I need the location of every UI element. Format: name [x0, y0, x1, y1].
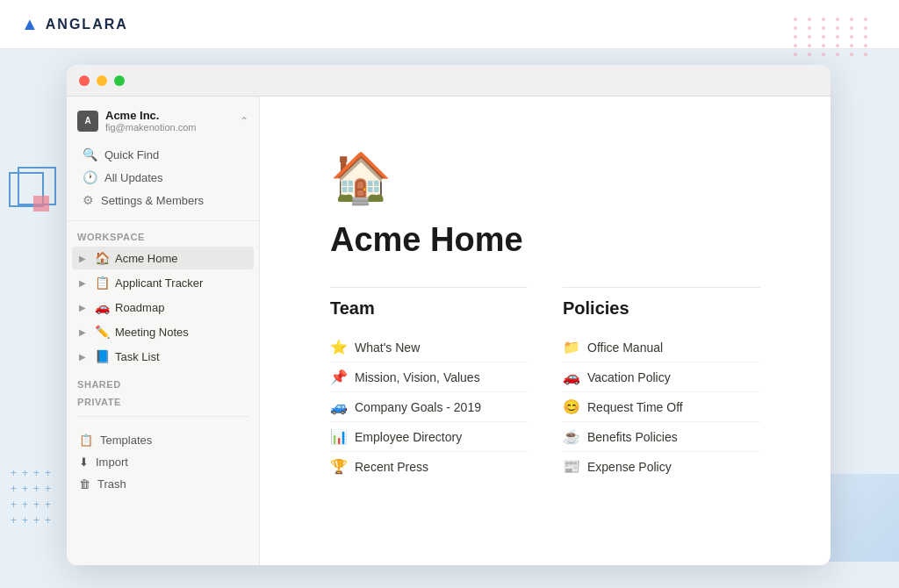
list-item[interactable]: 🚗 Vacation Policy	[563, 362, 760, 392]
roadmap-emoji: 🚗	[95, 300, 110, 314]
sidebar-item-label: Applicant Tracker	[115, 276, 203, 290]
all-updates-action[interactable]: 🕐 All Updates	[77, 166, 248, 189]
plus-grid-decoration: ++++ ++++ ++++ ++++	[11, 467, 51, 527]
item-label: Request Time Off	[587, 400, 683, 414]
applicant-emoji: 📋	[95, 276, 110, 290]
pink-square-decoration	[33, 196, 49, 212]
quick-find-action[interactable]: 🔍 Quick Find	[77, 143, 248, 166]
page-icon: 🏠	[330, 149, 760, 207]
logo-area: ▲ ANGLARA	[21, 14, 128, 34]
import-label: Import	[96, 455, 128, 469]
item-label: Vacation Policy	[587, 370, 671, 384]
policies-list: 📁 Office Manual 🚗 Vacation Policy 😊 Requ…	[563, 333, 760, 481]
sidebar-item-import[interactable]: ⬇ Import	[72, 451, 254, 473]
sidebar-bottom: 📋 Templates ⬇ Import 🗑 Trash	[67, 422, 259, 502]
templates-label: Templates	[100, 434, 152, 447]
sidebar-item-label: Task List	[115, 350, 160, 363]
sidebar-item-applicant-tracker[interactable]: ▶ 📋 Applicant Tracker	[72, 271, 254, 294]
car-emoji: 🚗	[563, 369, 580, 385]
truck-emoji: 🚙	[330, 398, 348, 415]
item-label: Recent Press	[355, 460, 428, 474]
list-item[interactable]: 🚙 Company Goals - 2019	[330, 392, 528, 422]
sidebar-divider	[77, 416, 248, 417]
trophy-emoji: 🏆	[330, 458, 348, 475]
browser-window: A Acme Inc. fig@makenotion.com ⌃ 🔍 Quick…	[67, 65, 831, 565]
list-item[interactable]: 🏆 Recent Press	[330, 452, 528, 481]
traffic-light-green[interactable]	[114, 75, 125, 86]
policies-section: Policies 📁 Office Manual 🚗 Vacation Poli…	[563, 287, 760, 481]
gear-icon: ⚙	[83, 193, 94, 207]
content-grid: Team ⭐ What's New 📌 Mission, Vision, Val…	[330, 287, 760, 481]
settings-label: Settings & Members	[101, 194, 204, 207]
sidebar-item-roadmap[interactable]: ▶ 🚗 Roadmap	[72, 296, 254, 319]
list-item[interactable]: ⭐ What's New	[330, 333, 528, 362]
account-row[interactable]: A Acme Inc. fig@makenotion.com ⌃	[77, 109, 248, 133]
item-label: Company Goals - 2019	[355, 400, 481, 414]
sidebar-item-label: Roadmap	[115, 301, 164, 314]
browser-chrome	[67, 65, 831, 97]
flag-emoji: 📌	[330, 369, 348, 385]
top-bar: ▲ ANGLARA	[0, 0, 899, 49]
avatar: A	[77, 111, 98, 132]
shared-section-label: SHARED	[67, 369, 259, 393]
smile-emoji: 😊	[563, 398, 580, 415]
traffic-light-red[interactable]	[79, 75, 90, 86]
account-details: Acme Inc. fig@makenotion.com	[105, 109, 197, 133]
clock-icon: 🕐	[83, 170, 97, 184]
trash-label: Trash	[97, 477, 126, 491]
arrow-icon: ▶	[79, 327, 90, 337]
traffic-light-yellow[interactable]	[97, 75, 107, 86]
logo-text: ANGLARA	[46, 17, 128, 32]
trash-icon: 🗑	[79, 477, 90, 491]
chevron-down-icon: ⌃	[240, 115, 248, 127]
folder-emoji: 📁	[563, 339, 580, 355]
sidebar: A Acme Inc. fig@makenotion.com ⌃ 🔍 Quick…	[67, 97, 260, 565]
sidebar-item-label: Acme Home	[115, 252, 178, 265]
sidebar-item-templates[interactable]: 📋 Templates	[72, 429, 254, 451]
list-item[interactable]: 😊 Request Time Off	[563, 392, 760, 422]
item-label: What's New	[355, 341, 420, 355]
private-section-label: PRIVATE	[67, 393, 259, 411]
sidebar-header: A Acme Inc. fig@makenotion.com ⌃ 🔍 Quick…	[67, 97, 259, 221]
list-item[interactable]: 📁 Office Manual	[563, 333, 760, 362]
arrow-icon: ▶	[79, 254, 90, 263]
sidebar-item-task-list[interactable]: ▶ 📘 Task List	[72, 345, 254, 368]
chart-emoji: 📊	[330, 428, 348, 445]
import-icon: ⬇	[79, 455, 89, 469]
sidebar-item-label: Meeting Notes	[115, 326, 189, 339]
home-emoji: 🏠	[95, 251, 110, 265]
arrow-icon: ▶	[79, 303, 90, 312]
list-item[interactable]: 📊 Employee Directory	[330, 422, 528, 452]
app-layout: A Acme Inc. fig@makenotion.com ⌃ 🔍 Quick…	[67, 97, 831, 565]
item-label: Expense Policy	[587, 460, 672, 474]
templates-icon: 📋	[79, 434, 93, 447]
workspace-section-label: WORKSPACE	[67, 221, 259, 246]
policies-section-heading: Policies	[563, 298, 760, 319]
sidebar-item-acme-home[interactable]: ▶ 🏠 Acme Home	[72, 247, 254, 269]
newspaper-emoji: 📰	[563, 458, 580, 475]
account-info: A Acme Inc. fig@makenotion.com	[77, 109, 197, 133]
item-label: Benefits Policies	[587, 430, 678, 444]
sidebar-item-trash[interactable]: 🗑 Trash	[72, 473, 254, 495]
team-list: ⭐ What's New 📌 Mission, Vision, Values 🚙…	[330, 333, 528, 481]
dots-decoration-top	[794, 18, 873, 56]
account-email: fig@makenotion.com	[105, 122, 197, 133]
item-label: Mission, Vision, Values	[355, 370, 480, 384]
settings-action[interactable]: ⚙ Settings & Members	[77, 189, 248, 212]
sidebar-item-meeting-notes[interactable]: ▶ ✏️ Meeting Notes	[72, 320, 254, 343]
coffee-emoji: ☕	[563, 428, 580, 445]
page-content: 🏠 Acme Home Team ⭐ What's New 📌	[260, 97, 831, 565]
account-name: Acme Inc.	[105, 109, 197, 122]
all-updates-label: All Updates	[104, 171, 162, 184]
page-title: Acme Home	[330, 221, 760, 259]
item-label: Office Manual	[587, 341, 663, 355]
search-icon: 🔍	[83, 147, 97, 161]
task-emoji: 📘	[95, 349, 110, 363]
list-item[interactable]: ☕ Benefits Policies	[563, 422, 760, 452]
list-item[interactable]: 📌 Mission, Vision, Values	[330, 362, 528, 392]
list-item[interactable]: 📰 Expense Policy	[563, 452, 760, 481]
arrow-icon: ▶	[79, 352, 90, 362]
quick-find-label: Quick Find	[104, 148, 159, 161]
arrow-icon: ▶	[79, 278, 90, 288]
star-emoji: ⭐	[330, 339, 348, 355]
